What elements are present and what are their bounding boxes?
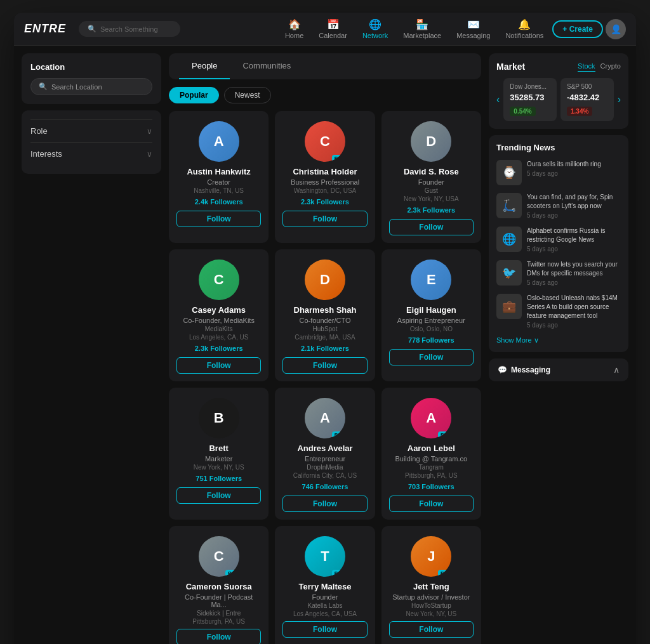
person-company: Katella Labs: [307, 602, 342, 609]
person-company: Tangram: [419, 464, 444, 471]
nav-network[interactable]: 🌐 Network: [356, 15, 394, 43]
follow-button[interactable]: Follow: [389, 219, 474, 235]
show-more-button[interactable]: Show More ∨: [496, 336, 621, 345]
location-title: Location: [30, 62, 152, 72]
avatar-letter: C: [199, 260, 239, 300]
follow-button[interactable]: Follow: [282, 357, 367, 374]
market-nav: ‹ Dow Jones... 35285.73 0.54% S&P 500 -4…: [496, 78, 621, 121]
person-company: DropInMedia: [307, 464, 343, 471]
person-location: Pittsburgh, PA, US: [192, 618, 245, 625]
nav-marketplace[interactable]: 🏪 Marketplace: [397, 15, 448, 43]
market-tab-crypto[interactable]: Crypto: [600, 61, 621, 72]
person-title: Co-Founder, MediaKits: [183, 317, 255, 324]
news-item: ⌚ Oura sells its millionth ring 5 days a…: [496, 160, 621, 185]
avatar-letter: D: [411, 121, 451, 162]
person-avatar: E: [411, 260, 451, 300]
follow-button[interactable]: Follow: [282, 211, 367, 227]
news-item: 💼 Oslo-based Unleash nabs $14M Series A …: [496, 294, 621, 329]
follow-button[interactable]: Follow: [282, 496, 367, 512]
sp500-name: S&P 500: [567, 83, 607, 90]
market-tab-stock[interactable]: Stock: [578, 61, 595, 72]
nav-messaging[interactable]: ✉️ Messaging: [450, 15, 496, 43]
dow-value: 35285.73: [510, 93, 550, 102]
home-icon: 🏠: [288, 18, 301, 30]
person-company: Sidekick | Entre: [197, 610, 241, 617]
news-item: 🛴 You can find, and pay for, Spin scoote…: [496, 193, 621, 219]
follow-button[interactable]: Follow: [176, 357, 261, 374]
person-title: Founder: [418, 178, 444, 186]
person-card: C Pro Cameron Suorsa Co-Founder | Podcas…: [169, 526, 269, 644]
person-title: Marketer: [205, 455, 232, 463]
person-avatar: B: [199, 398, 239, 438]
followers-count: 2.4k Followers: [195, 198, 243, 206]
messaging-bar[interactable]: 💬 Messaging ∧: [489, 358, 628, 381]
trending-title: Trending News: [496, 143, 621, 152]
avatar-letter: B: [199, 398, 239, 438]
pro-badge: Pro: [332, 431, 345, 438]
user-avatar[interactable]: 👤: [606, 19, 626, 39]
person-location: Pittsburgh, PA, US: [405, 472, 458, 479]
role-interests-filter: Role ∨ Interests ∨: [22, 110, 161, 174]
person-card: C Pro Christina Holder Business Professi…: [275, 111, 375, 243]
news-text: Alphabet confirms Russia is restricting …: [527, 227, 621, 244]
news-content: Oura sells its millionth ring 5 days ago: [527, 160, 621, 177]
nav-messaging-label: Messaging: [456, 32, 490, 39]
follow-button[interactable]: Follow: [176, 211, 261, 227]
tab-bar: People Communities: [169, 53, 481, 79]
follow-button[interactable]: Follow: [389, 496, 474, 512]
person-card: E Eigil Haugen Aspiring Entrepreneur Osl…: [381, 249, 481, 381]
person-location: Los Angeles, CA, USA: [293, 610, 357, 617]
news-text: You can find, and pay for, Spin scooters…: [527, 193, 621, 211]
nav-home[interactable]: 🏠 Home: [279, 15, 310, 43]
tab-communities[interactable]: Communities: [230, 53, 303, 79]
market-next-arrow[interactable]: ›: [618, 94, 621, 105]
nav-notifications[interactable]: 🔔 Notifications: [499, 15, 550, 43]
right-sidebar: Market Stock Crypto ‹ Dow Jones... 35285…: [489, 53, 628, 644]
person-location: New York, NY, US: [194, 464, 244, 471]
market-prev-arrow[interactable]: ‹: [496, 94, 500, 105]
news-list: ⌚ Oura sells its millionth ring 5 days a…: [496, 160, 621, 329]
pill-popular[interactable]: Popular: [169, 87, 219, 103]
news-content: Alphabet confirms Russia is restricting …: [527, 227, 621, 253]
pill-newest[interactable]: Newest: [224, 87, 271, 103]
location-search[interactable]: 🔍 Search Location: [30, 78, 152, 95]
search-bar[interactable]: 🔍 Search Something: [79, 21, 180, 37]
person-card: J Pro Jett Teng Startup advisor / Invest…: [381, 526, 481, 644]
create-button[interactable]: + Create: [552, 20, 603, 38]
person-title: Co-founder/CTO: [299, 317, 350, 324]
follow-button[interactable]: Follow: [389, 621, 474, 638]
dow-card: Dow Jones... 35285.73 0.54%: [503, 78, 557, 121]
person-company: HowToStartup: [411, 602, 451, 609]
location-search-placeholder: Search Location: [51, 83, 102, 91]
calendar-icon: 📅: [327, 18, 340, 30]
news-thumbnail: 🌐: [496, 227, 522, 252]
news-content: You can find, and pay for, Spin scooters…: [527, 193, 621, 219]
network-icon: 🌐: [369, 18, 381, 30]
tab-people[interactable]: People: [179, 53, 230, 79]
person-avatar: J Pro: [411, 536, 451, 577]
follow-button[interactable]: Follow: [176, 629, 261, 644]
person-avatar: D: [411, 121, 451, 162]
news-content: Twitter now lets you search your DMs for…: [527, 260, 621, 286]
person-company: MediaKits: [205, 325, 233, 332]
follow-button[interactable]: Follow: [176, 487, 261, 504]
follow-button[interactable]: Follow: [282, 621, 367, 638]
person-name: Christina Holder: [293, 167, 357, 176]
role-filter-row[interactable]: Role ∨: [30, 119, 152, 142]
pro-badge: Pro: [438, 431, 451, 438]
person-location: New York, NY, USA: [404, 195, 459, 202]
pro-badge: Pro: [438, 570, 451, 577]
nav-home-label: Home: [285, 32, 303, 39]
person-name: Brett: [209, 444, 228, 453]
person-avatar: C Pro: [305, 121, 345, 162]
nav-calendar[interactable]: 📅 Calendar: [312, 15, 354, 43]
messaging-label: 💬 Messaging: [498, 365, 550, 374]
interests-filter-row[interactable]: Interests ∨: [30, 142, 152, 165]
interests-chevron-icon: ∨: [147, 150, 152, 159]
news-item: 🌐 Alphabet confirms Russia is restrictin…: [496, 227, 621, 253]
person-title: Startup advisor / Investor: [392, 593, 470, 601]
search-placeholder: Search Something: [100, 25, 158, 33]
trending-widget: Trending News ⌚ Oura sells its millionth…: [489, 135, 628, 352]
follow-button[interactable]: Follow: [389, 349, 474, 365]
news-content: Oslo-based Unleash nabs $14M Series A to…: [527, 294, 621, 329]
